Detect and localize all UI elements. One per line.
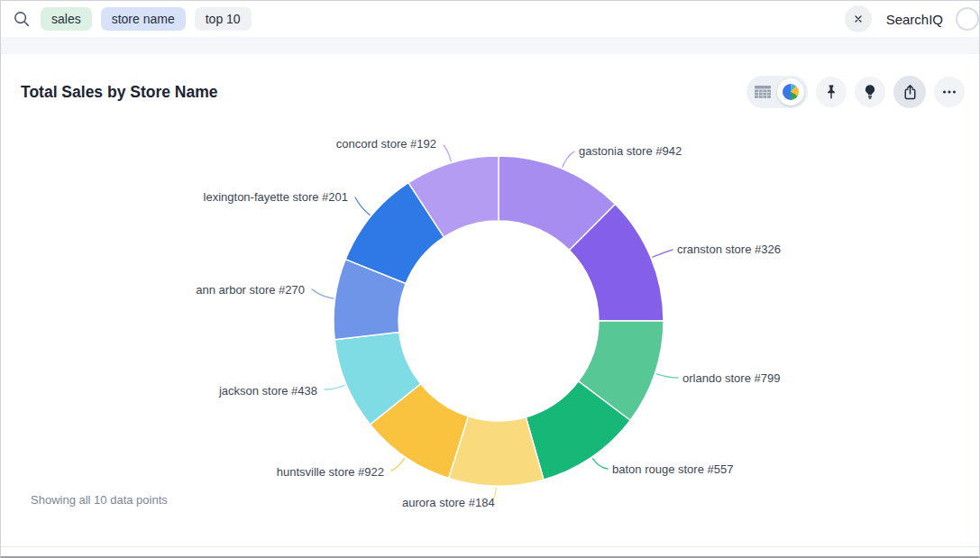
search-icon [12,9,32,29]
lightbulb-icon [861,83,879,101]
clear-search-button[interactable] [845,5,872,32]
close-icon [850,11,866,27]
card-footer-divider [1,546,979,556]
slice-label-huntsville-store-922: huntsville store #922 [277,465,384,480]
slice-label-concord-store-192: concord store #192 [336,137,436,151]
searchiq-toggle[interactable] [956,7,979,31]
share-button[interactable] [893,76,926,108]
share-icon [901,83,920,102]
data-points-status: Showing all 10 data points [31,493,168,507]
pin-icon [822,83,840,101]
insights-button[interactable] [855,77,885,107]
slice-label-jackson-store-438: jackson store #438 [219,384,317,398]
more-button[interactable] [934,77,965,107]
chart-toggle-selected[interactable] [777,78,804,105]
slice-label-gastonia-store-942: gastonia store #942 [579,144,682,159]
answer-toolbar [746,76,965,108]
search-token-sales[interactable]: sales [41,7,92,31]
pie-chart-icon [783,84,799,100]
slice-label-cranston-store-326: cranston store #326 [677,242,781,257]
search-token-top-10[interactable]: top 10 [195,7,252,31]
search-token-store-name[interactable]: store name [101,7,186,31]
page-background-strip [1,37,979,54]
slice-label-ann-arbor-store-270: ann arbor store #270 [196,283,305,297]
answer-header: Total Sales by Store Name [1,54,979,108]
pin-button[interactable] [816,77,847,107]
slice-label-aurora-store-184: aurora store #184 [402,496,495,510]
search-bar: sales store name top 10 SearchIQ [1,1,979,37]
searchiq-label: SearchIQ [886,12,943,27]
slice-label-baton-rouge-store-557: baton rouge store #557 [612,462,733,477]
app-window: sales store name top 10 SearchIQ Total S… [0,0,980,558]
chart-type-toggle[interactable] [746,76,808,108]
table-icon[interactable] [754,85,772,100]
more-icon [940,83,958,101]
slice-label-lexington-fayette-store-201: lexington-fayette store #201 [204,190,348,205]
slice-label-orlando-store-799: orlando store #799 [682,371,780,386]
page-title: Total Sales by Store Name [21,83,218,102]
